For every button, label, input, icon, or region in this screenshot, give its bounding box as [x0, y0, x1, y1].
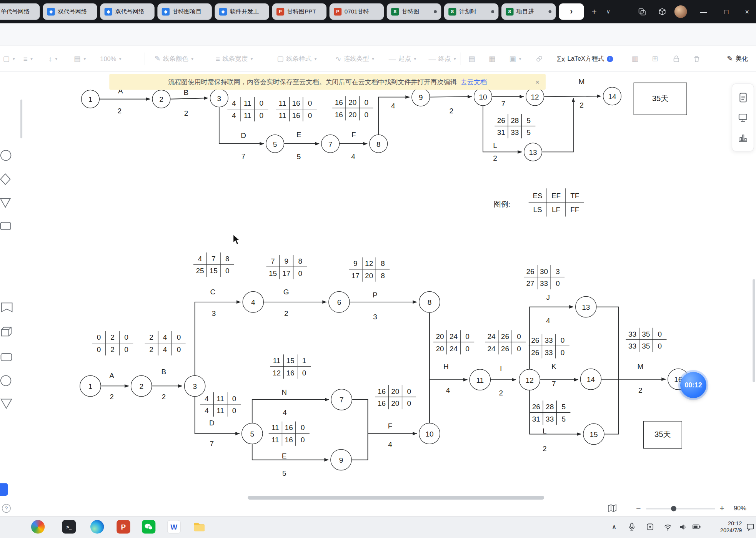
- event-node[interactable]: 5: [266, 134, 284, 153]
- browser-tab[interactable]: ◆ 双代号网络: [43, 3, 97, 20]
- event-node[interactable]: 13: [524, 143, 542, 161]
- palette-scrollbar[interactable]: [20, 100, 22, 138]
- time-parameter-table[interactable]: 2426024260: [485, 330, 526, 354]
- event-node[interactable]: 3: [210, 89, 228, 107]
- time-parameter-table[interactable]: 47825150: [193, 252, 234, 277]
- total-duration-box[interactable]: 35天: [643, 421, 682, 448]
- event-node[interactable]: 15: [583, 423, 604, 445]
- activity-edge[interactable]: [195, 302, 241, 375]
- new-tab-button[interactable]: +: [587, 0, 601, 23]
- presentation-icon[interactable]: [738, 112, 748, 123]
- go-to-cloud-doc-link[interactable]: 去云文档: [461, 78, 487, 86]
- browser-tab[interactable]: ◆ 单代号网络: [0, 3, 40, 20]
- line-start-dropdown[interactable]: — 起点 ▾: [389, 46, 416, 72]
- time-parameter-table[interactable]: 2024020240: [433, 330, 474, 354]
- shape-rounded-rect[interactable]: [0, 223, 11, 230]
- tray-widget-icon[interactable]: [643, 520, 657, 533]
- insert-frame-dropdown[interactable]: ▣ ▾: [509, 46, 521, 72]
- time-parameter-table[interactable]: 41104110: [200, 392, 241, 417]
- event-node[interactable]: 9: [411, 88, 430, 106]
- shape-circle[interactable]: [1, 150, 11, 161]
- event-node[interactable]: 10: [474, 87, 492, 106]
- activity-edge[interactable]: [252, 444, 328, 460]
- event-node[interactable]: 11: [470, 369, 491, 390]
- overview-map-icon[interactable]: [607, 503, 617, 513]
- time-parameter-table[interactable]: 1620016200: [332, 96, 373, 120]
- browser-tab[interactable]: ◆ 双代号网络: [100, 3, 155, 20]
- browser-tab[interactable]: S 计划时: [444, 3, 499, 20]
- taskbar-wechat-icon[interactable]: [142, 520, 155, 533]
- browser-tab[interactable]: P 0701甘特: [330, 3, 384, 20]
- browser-tab[interactable]: ◆ 甘特图项目: [157, 3, 212, 20]
- activity-edge[interactable]: [170, 98, 208, 99]
- event-node[interactable]: 10: [419, 423, 440, 445]
- shape-cube[interactable]: [2, 327, 11, 336]
- time-parameter-table[interactable]: 3335033350: [626, 328, 666, 352]
- event-node[interactable]: 1: [81, 90, 100, 108]
- event-node[interactable]: 1: [80, 375, 101, 397]
- shape-triangle-down[interactable]: [0, 199, 10, 208]
- taskbar-powerpoint-icon[interactable]: P: [117, 520, 130, 533]
- workspace-icon[interactable]: [655, 0, 669, 23]
- activity-edge[interactable]: [544, 96, 601, 96]
- event-node[interactable]: 14: [580, 369, 602, 390]
- event-node[interactable]: 8: [369, 134, 388, 153]
- maximize-button[interactable]: □: [718, 0, 735, 23]
- activity-edge[interactable]: [252, 400, 329, 423]
- screen-recorder-bubble[interactable]: 00:12: [680, 372, 706, 398]
- notification-center-icon[interactable]: [743, 520, 756, 533]
- zoom-slider-thumb[interactable]: [671, 506, 676, 511]
- canvas-horizontal-scrollbar[interactable]: [248, 496, 544, 500]
- line-end-dropdown[interactable]: — 终点 ▾: [428, 46, 456, 72]
- fill-dropdown[interactable]: ▤ ▾: [74, 46, 86, 72]
- time-parameter-table[interactable]: 020020: [92, 331, 133, 355]
- active-tab-partial[interactable]: ›: [559, 3, 584, 20]
- page-settings-icon[interactable]: [738, 92, 748, 103]
- event-node[interactable]: 12: [526, 87, 544, 106]
- line-width-dropdown[interactable]: ≡ 线条宽度 ▾: [216, 46, 253, 72]
- time-parameter-table[interactable]: 79815170: [266, 255, 307, 279]
- time-parameter-table[interactable]: 41104110: [227, 97, 268, 121]
- taskbar-clock[interactable]: 20:12 2024/7/9: [707, 520, 742, 533]
- shape-triangle-down[interactable]: [1, 399, 12, 408]
- taskbar-edge-icon[interactable]: [90, 520, 104, 533]
- taskbar-folder-icon[interactable]: [192, 520, 206, 533]
- event-node[interactable]: 7: [321, 134, 340, 153]
- delete-button[interactable]: [693, 46, 701, 72]
- canvas-corner-handle[interactable]: [0, 483, 8, 496]
- lock-button[interactable]: [673, 46, 680, 72]
- copy-style-button[interactable]: ⊞: [652, 46, 658, 72]
- tray-battery-icon[interactable]: [690, 520, 703, 533]
- taskbar-wps-icon[interactable]: W: [167, 520, 181, 533]
- activity-edge[interactable]: [542, 98, 573, 152]
- browser-tab[interactable]: ◆ 软件开发工: [215, 3, 269, 20]
- layout-button[interactable]: ▤: [468, 46, 475, 72]
- event-node[interactable]: 2: [131, 375, 152, 397]
- tray-expand-icon[interactable]: ∧: [607, 520, 621, 533]
- time-parameter-table[interactable]: 1115112160: [270, 354, 311, 379]
- activity-edge[interactable]: [430, 96, 472, 97]
- browser-tab[interactable]: S 甘特图: [387, 3, 441, 20]
- tray-mic-icon[interactable]: [625, 520, 638, 533]
- event-node[interactable]: 8: [419, 291, 440, 313]
- time-parameter-table[interactable]: 2630327330: [524, 265, 565, 289]
- close-button[interactable]: ×: [739, 0, 755, 23]
- taskbar-terminal-icon[interactable]: >_: [62, 520, 76, 533]
- time-parameter-table[interactable]: 240240: [145, 331, 186, 355]
- zoom-slider-track[interactable]: [646, 508, 715, 510]
- line-color-dropdown[interactable]: ✎ 线条颜色 ▾: [155, 46, 193, 72]
- activity-edge[interactable]: [352, 400, 368, 433]
- time-parameter-table[interactable]: 912817208: [349, 257, 390, 282]
- beautify-button[interactable]: ✎ 美化: [727, 46, 748, 72]
- align-dropdown[interactable]: ≡ ▾: [23, 46, 33, 72]
- minimize-button[interactable]: —: [695, 0, 712, 23]
- tray-wifi-icon[interactable]: [661, 520, 674, 533]
- shape-circle[interactable]: [1, 375, 11, 386]
- table-button[interactable]: ▥: [632, 46, 639, 72]
- activity-edge[interactable]: [597, 307, 619, 379]
- connector-type-dropdown[interactable]: ∿ 连线类型 ▾: [335, 46, 374, 72]
- time-parameter-table[interactable]: 2633026330: [529, 334, 569, 358]
- browser-tab[interactable]: P 甘特图PPT: [272, 3, 327, 20]
- zoom-level[interactable]: 90%: [734, 505, 746, 512]
- activity-edge[interactable]: [352, 433, 368, 460]
